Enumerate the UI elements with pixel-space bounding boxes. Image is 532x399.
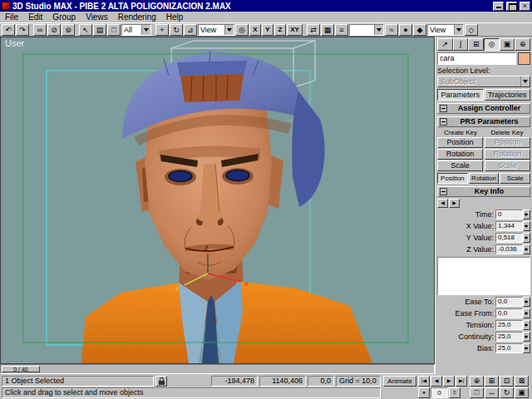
assign-controller-rollout[interactable]: Assign Controller bbox=[437, 103, 530, 114]
create-rotation-key-button[interactable]: Rotation bbox=[437, 149, 483, 160]
tab-utilities[interactable]: ⊕ bbox=[515, 38, 530, 51]
key-mode-button[interactable]: ● bbox=[418, 387, 430, 398]
character-head-model[interactable] bbox=[81, 51, 372, 363]
menu-group[interactable]: Group bbox=[47, 12, 81, 22]
tab-motion[interactable]: ◎ bbox=[484, 38, 500, 51]
min-max-toggle-button[interactable]: ▣ bbox=[515, 387, 529, 398]
go-to-start-button[interactable]: |◀ bbox=[418, 376, 430, 387]
pan-button[interactable]: ↔ bbox=[485, 387, 499, 398]
object-name-input[interactable]: cara bbox=[437, 52, 516, 65]
create-position-key-button[interactable]: Position bbox=[437, 137, 483, 148]
viewport-3d-scene[interactable]: z x y bbox=[1, 37, 434, 363]
render-scene-button[interactable]: ◆ bbox=[413, 24, 426, 36]
viewport-label[interactable]: User bbox=[5, 38, 24, 48]
continuity-spinner[interactable] bbox=[523, 332, 530, 342]
scale-mode-button[interactable]: Scale bbox=[500, 173, 530, 184]
minimize-button[interactable] bbox=[493, 2, 504, 11]
close-button[interactable]: × bbox=[520, 2, 530, 11]
ease-to-field[interactable]: 0,0 bbox=[495, 297, 523, 307]
tab-modify[interactable]: ∫ bbox=[453, 38, 469, 51]
tension-spinner[interactable] bbox=[523, 320, 530, 330]
x-value-spinner[interactable] bbox=[523, 221, 530, 231]
ease-to-spinner[interactable] bbox=[523, 297, 530, 307]
coord-system-dropdown[interactable]: View bbox=[198, 24, 234, 36]
zoom-button[interactable]: ⊕ bbox=[470, 376, 484, 387]
ease-from-spinner[interactable] bbox=[523, 308, 530, 318]
bias-field[interactable]: 25,0 bbox=[495, 343, 523, 353]
chevron-down-icon[interactable] bbox=[141, 25, 150, 35]
y-value-field[interactable]: 0,518 bbox=[495, 233, 523, 243]
chevron-down-icon[interactable] bbox=[520, 76, 530, 86]
time-spinner[interactable] bbox=[523, 209, 530, 219]
chevron-down-icon[interactable] bbox=[454, 25, 463, 35]
select-and-move-button[interactable]: + bbox=[155, 24, 169, 36]
continuity-field[interactable]: 25,0 bbox=[495, 332, 523, 342]
menu-file[interactable]: File bbox=[0, 12, 23, 22]
create-scale-key-button[interactable]: Scale bbox=[437, 160, 483, 171]
menu-help[interactable]: Help bbox=[161, 12, 189, 22]
time-slider-track[interactable]: 0 / 40 bbox=[0, 364, 435, 374]
prs-parameters-rollout[interactable]: PRS Parameters bbox=[437, 116, 530, 127]
select-and-rotate-button[interactable]: ↻ bbox=[170, 24, 183, 36]
select-object-button[interactable]: ↖ bbox=[79, 24, 92, 36]
position-mode-button[interactable]: Position bbox=[437, 173, 468, 184]
next-key-button[interactable]: ▶ bbox=[449, 199, 460, 208]
menu-views[interactable]: Views bbox=[81, 12, 113, 22]
rotation-mode-button[interactable]: Rotation bbox=[469, 173, 500, 184]
named-selection-dropdown[interactable] bbox=[349, 24, 384, 36]
lock-selection-button[interactable] bbox=[155, 376, 167, 387]
tangent-curve-display[interactable] bbox=[437, 257, 530, 295]
selection-region-button[interactable]: □ bbox=[107, 24, 121, 36]
mirror-button[interactable]: ⇄ bbox=[307, 24, 320, 36]
time-config-button[interactable]: ≡ bbox=[449, 387, 461, 398]
trajectories-button[interactable]: Trajectories bbox=[485, 89, 531, 101]
menu-edit[interactable]: Edit bbox=[23, 12, 47, 22]
render-view-dropdown[interactable]: View bbox=[427, 24, 464, 36]
previous-frame-button[interactable]: ◀ bbox=[431, 376, 442, 387]
z-value-spinner[interactable] bbox=[523, 244, 530, 254]
tab-create[interactable]: ↗ bbox=[437, 38, 453, 51]
menu-rendering[interactable]: Rendering bbox=[113, 12, 161, 22]
z-value-field[interactable]: -0,036 bbox=[495, 244, 523, 254]
selection-filter-dropdown[interactable]: All bbox=[121, 24, 151, 36]
restrict-xy-button[interactable]: XY bbox=[287, 24, 303, 36]
app-icon[interactable] bbox=[2, 2, 10, 10]
undo-button[interactable]: ↶ bbox=[2, 24, 15, 36]
chevron-down-icon[interactable] bbox=[224, 25, 234, 35]
zoom-extents-all-button[interactable]: ⊠ bbox=[515, 376, 529, 387]
y-value-spinner[interactable] bbox=[523, 233, 530, 243]
go-to-end-button[interactable]: ▶| bbox=[456, 376, 467, 387]
zoom-all-button[interactable]: ⊞ bbox=[485, 376, 499, 387]
maximize-button[interactable] bbox=[506, 2, 517, 11]
pivot-center-button[interactable]: ◎ bbox=[235, 24, 249, 36]
material-editor-button[interactable]: ● bbox=[399, 24, 412, 36]
parameters-button[interactable]: Parameters bbox=[437, 89, 484, 101]
tab-display[interactable]: ▣ bbox=[500, 38, 515, 51]
key-info-rollout[interactable]: Key Info bbox=[437, 186, 530, 197]
zoom-extents-button[interactable]: ⊡ bbox=[500, 376, 514, 387]
time-field[interactable]: 0 bbox=[495, 209, 523, 219]
x-value-field[interactable]: 1,344 bbox=[495, 221, 523, 231]
render-last-button[interactable]: ◇ bbox=[465, 24, 478, 36]
chevron-down-icon[interactable] bbox=[374, 25, 383, 35]
subobject-dropdown[interactable]: SubObject bbox=[437, 76, 530, 87]
restrict-z-button[interactable]: Z bbox=[274, 24, 286, 36]
bind-spacewarp-button[interactable]: ⊚ bbox=[62, 24, 75, 36]
select-and-scale-button[interactable]: ⊿ bbox=[184, 24, 197, 36]
animate-button[interactable]: Animate bbox=[383, 376, 416, 387]
play-button[interactable]: ▶ bbox=[443, 376, 455, 387]
select-and-link-button[interactable]: ∞ bbox=[33, 24, 47, 36]
track-view-button[interactable]: ≈ bbox=[385, 24, 398, 36]
array-button[interactable]: ▦ bbox=[321, 24, 334, 36]
ease-from-field[interactable]: 0,0 bbox=[495, 308, 523, 318]
region-zoom-button[interactable]: □ bbox=[470, 387, 484, 398]
previous-key-button[interactable]: ◀ bbox=[437, 199, 448, 208]
select-by-name-button[interactable]: ▤ bbox=[93, 24, 106, 36]
restrict-x-button[interactable]: X bbox=[249, 24, 261, 36]
redo-button[interactable]: ↷ bbox=[16, 24, 29, 36]
align-button[interactable]: ≡ bbox=[335, 24, 348, 36]
restrict-y-button[interactable]: Y bbox=[262, 24, 273, 36]
time-slider[interactable]: 0 / 40 bbox=[2, 366, 40, 372]
object-color-swatch[interactable] bbox=[518, 52, 530, 65]
current-frame-field[interactable]: 0 bbox=[431, 387, 448, 398]
